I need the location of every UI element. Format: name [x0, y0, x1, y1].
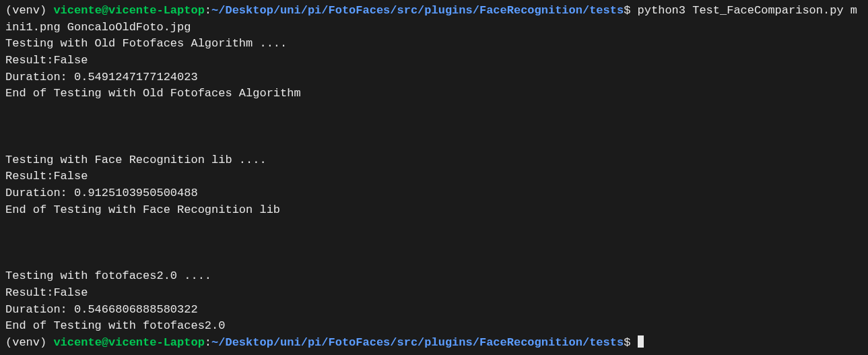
output-line: Testing with fotofaces2.0 .... [5, 268, 863, 285]
prompt-colon: : [205, 4, 211, 17]
blank-line [5, 102, 863, 119]
output-line: End of Testing with fotofaces2.0 [5, 318, 863, 335]
output-line: Duration: 0.9125103950500488 [5, 185, 863, 202]
user-host: vicente@vicente-Laptop [53, 4, 204, 17]
output-line: Duration: 0.5466806888580322 [5, 302, 863, 319]
output-line: End of Testing with Old Fotofaces Algori… [5, 86, 863, 102]
prompt-line-1: (venv) vicente@vicente-Laptop:~/Desktop/… [5, 3, 863, 36]
prompt-colon: : [205, 336, 211, 349]
venv-indicator: (venv) [5, 336, 53, 349]
output-line: Result:False [5, 285, 863, 302]
blank-line [5, 119, 863, 135]
prompt-dollar: $ [624, 4, 637, 17]
terminal-output[interactable]: (venv) vicente@vicente-Laptop:~/Desktop/… [5, 3, 863, 351]
output-line: Testing with Face Recognition lib .... [5, 152, 863, 169]
output-line: End of Testing with Face Recognition lib [5, 202, 863, 219]
blank-line [5, 135, 863, 152]
working-directory: ~/Desktop/uni/pi/FotoFaces/src/plugins/F… [211, 4, 624, 17]
blank-line [5, 218, 863, 235]
output-line: Duration: 0.5491247177124023 [5, 69, 863, 86]
working-directory: ~/Desktop/uni/pi/FotoFaces/src/plugins/F… [211, 336, 624, 349]
venv-indicator: (venv) [5, 4, 53, 17]
output-line: Result:False [5, 168, 863, 185]
blank-line [5, 235, 863, 252]
prompt-dollar: $ [624, 336, 637, 349]
output-line: Result:False [5, 53, 863, 69]
output-line: Testing with Old Fotofaces Algorithm ...… [5, 36, 863, 53]
cursor-icon[interactable] [638, 335, 644, 348]
user-host: vicente@vicente-Laptop [53, 336, 204, 349]
blank-line [5, 252, 863, 269]
prompt-line-2: (venv) vicente@vicente-Laptop:~/Desktop/… [5, 335, 863, 352]
